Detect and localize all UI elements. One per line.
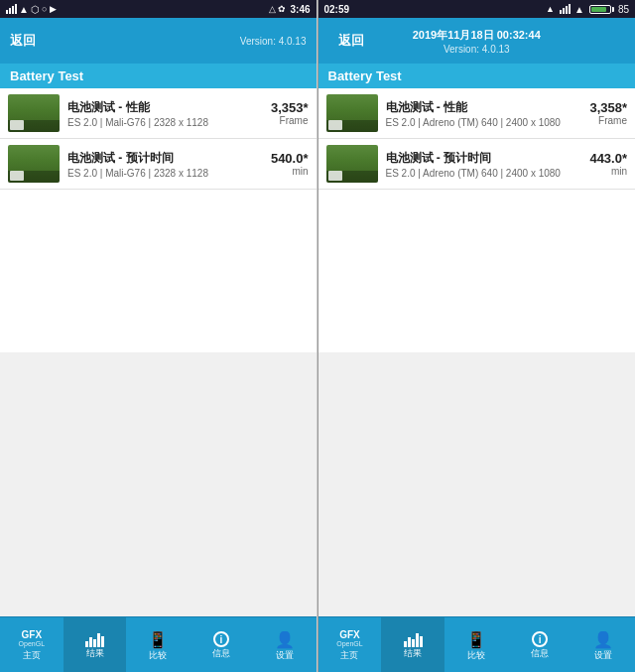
test-spec-1-right: ES 2.0 | Adreno (TM) 640 | 2400 x 1080 (386, 117, 578, 128)
time-right: 02:59 (324, 4, 350, 15)
test-item-1-right[interactable]: 电池测试 - 性能 ES 2.0 | Adreno (TM) 640 | 240… (318, 88, 636, 139)
test-item-2-right[interactable]: 电池测试 - 预计时间 ES 2.0 | Adreno (TM) 640 | 2… (318, 139, 636, 190)
score-value-2-right: 443.0* (577, 151, 627, 166)
phone-icon-left: 📱 (148, 630, 168, 649)
bar-chart-icon-right (404, 631, 423, 647)
section-header-right: Battery Test (318, 64, 636, 88)
tab-settings-right[interactable]: 👤 设置 (572, 617, 635, 672)
test-item-2-left[interactable]: 电池测试 - 预计时间 ES 2.0 | Mali-G76 | 2328 x 1… (0, 139, 317, 190)
section-header-left: Battery Test (0, 64, 317, 88)
opengl-text-right: OpenGL (336, 640, 362, 647)
tab-results-right[interactable]: 结果 (381, 617, 444, 672)
score-unit-1-right: Frame (577, 115, 627, 126)
gfx-text-left: GFX (22, 630, 43, 640)
battery-icon-right (589, 5, 614, 14)
extra-icons-left: ○ ▶ (42, 4, 57, 14)
gfx-logo-right: GFX OpenGL (336, 630, 362, 647)
opengl-text-left: OpenGL (19, 640, 45, 647)
score-unit-1-left: Frame (259, 115, 309, 126)
tab-bar-left: GFX OpenGL 主页 结果 📱 比较 i 信息 👤 设置 (0, 616, 317, 672)
test-spec-2-left: ES 2.0 | Mali-G76 | 2328 x 1128 (67, 168, 259, 179)
nav-datetime-right: 2019年11月18日 00:32:44 (328, 28, 626, 43)
score-unit-2-left: min (259, 166, 309, 177)
signal-icon-left (6, 4, 17, 14)
tab-info-label-left: 信息 (212, 647, 230, 660)
bt-icon-left: ✿ (278, 4, 286, 14)
tab-info-right[interactable]: i 信息 (508, 617, 572, 672)
wifi-icon-right: ▲ (574, 4, 584, 15)
test-name-2-right: 电池测试 - 预计时间 (386, 150, 578, 167)
tab-results-label-right: 结果 (404, 647, 422, 660)
back-button-left[interactable]: 返回 (10, 32, 36, 50)
tab-info-left[interactable]: i 信息 (190, 617, 253, 672)
battery-pct-right: 85 (618, 4, 629, 15)
person-icon-left: 👤 (275, 630, 295, 649)
test-item-1-left[interactable]: 电池测试 - 性能 ES 2.0 | Mali-G76 | 2328 x 112… (0, 88, 317, 139)
bar-chart-icon-left (85, 631, 104, 647)
score-value-1-right: 3,358* (577, 100, 627, 115)
tab-compare-label-right: 比较 (467, 649, 485, 662)
gfx-logo-left: GFX OpenGL (19, 630, 45, 647)
test-list-left: 电池测试 - 性能 ES 2.0 | Mali-G76 | 2328 x 112… (0, 88, 317, 352)
test-list-right: 电池测试 - 性能 ES 2.0 | Adreno (TM) 640 | 240… (318, 88, 636, 352)
gps-icon-left: △ (269, 4, 276, 14)
test-info-1-right: 电池测试 - 性能 ES 2.0 | Adreno (TM) 640 | 240… (386, 99, 578, 128)
phone-icon-right: 📱 (466, 630, 486, 649)
version-right: Version: 4.0.13 (328, 44, 626, 55)
tab-compare-label-left: 比较 (149, 649, 167, 662)
score-value-2-left: 540.0* (259, 151, 309, 166)
signal-icon-right (560, 4, 571, 14)
content-spacer-right (318, 352, 636, 616)
thumbnail-1-right (326, 94, 378, 132)
tab-home-left[interactable]: GFX OpenGL 主页 (0, 617, 64, 672)
tab-compare-left[interactable]: 📱 比较 (126, 617, 190, 672)
right-panel: 02:59 ▲ ▲ 85 返回 2019年1 (318, 0, 636, 672)
info-icon-right: i (532, 631, 548, 647)
test-name-1-left: 电池测试 - 性能 (67, 99, 259, 116)
test-spec-1-left: ES 2.0 | Mali-G76 | 2328 x 1128 (67, 117, 259, 128)
thumbnail-1-left (8, 94, 60, 132)
test-info-1-left: 电池测试 - 性能 ES 2.0 | Mali-G76 | 2328 x 112… (67, 99, 259, 128)
test-info-2-left: 电池测试 - 预计时间 ES 2.0 | Mali-G76 | 2328 x 1… (67, 150, 259, 179)
tab-settings-left[interactable]: 👤 设置 (253, 617, 317, 672)
test-score-2-right: 443.0* min (577, 151, 627, 177)
tab-bar-right: GFX OpenGL 主页 结果 📱 比较 i 信息 👤 设置 (318, 616, 636, 672)
gfx-text-right: GFX (339, 630, 360, 640)
test-score-1-right: 3,358* Frame (577, 100, 627, 126)
tab-home-label-left: 主页 (23, 649, 41, 662)
status-bar-right: 02:59 ▲ ▲ 85 (318, 0, 636, 18)
tab-compare-right[interactable]: 📱 比较 (444, 617, 508, 672)
arrow-up-icon-right: ▲ (546, 4, 555, 14)
test-info-2-right: 电池测试 - 预计时间 ES 2.0 | Adreno (TM) 640 | 2… (386, 150, 578, 179)
score-value-1-left: 3,353* (259, 100, 309, 115)
nav-bar-right: 返回 2019年11月18日 00:32:44 Version: 4.0.13 (318, 18, 636, 64)
score-unit-2-right: min (577, 166, 627, 177)
test-spec-2-right: ES 2.0 | Adreno (TM) 640 | 2400 x 1080 (386, 168, 578, 179)
tab-home-label-right: 主页 (340, 649, 358, 662)
test-name-1-right: 电池测试 - 性能 (386, 99, 578, 116)
info-icon-left: i (213, 631, 229, 647)
wifi-icon-left: ▲ (19, 4, 29, 15)
tab-settings-label-right: 设置 (594, 649, 612, 662)
test-name-2-left: 电池测试 - 预计时间 (67, 150, 259, 167)
left-panel: ▲ ⬡ ○ ▶ △ ✿ 3:46 返回 Version: 4.0.13 Batt… (0, 0, 318, 672)
back-button-right[interactable]: 返回 (338, 32, 364, 50)
nav-bar-left: 返回 Version: 4.0.13 (0, 18, 317, 64)
tab-settings-label-left: 设置 (276, 649, 294, 662)
tab-results-left[interactable]: 结果 (64, 617, 127, 672)
person-icon-right: 👤 (593, 630, 613, 649)
status-bar-left: ▲ ⬡ ○ ▶ △ ✿ 3:46 (0, 0, 317, 18)
tab-info-label-right: 信息 (531, 647, 549, 660)
thumbnail-2-right (326, 145, 378, 183)
test-score-1-left: 3,353* Frame (259, 100, 309, 126)
content-spacer-left (0, 352, 317, 616)
thumbnail-2-left (8, 145, 60, 183)
bluetooth-icon-left: ⬡ (31, 4, 40, 15)
tab-home-right[interactable]: GFX OpenGL 主页 (318, 617, 382, 672)
test-score-2-left: 540.0* min (259, 151, 309, 177)
version-left: Version: 4.0.13 (240, 36, 307, 47)
tab-results-label-left: 结果 (86, 647, 104, 660)
time-left: 3:46 (290, 4, 310, 15)
